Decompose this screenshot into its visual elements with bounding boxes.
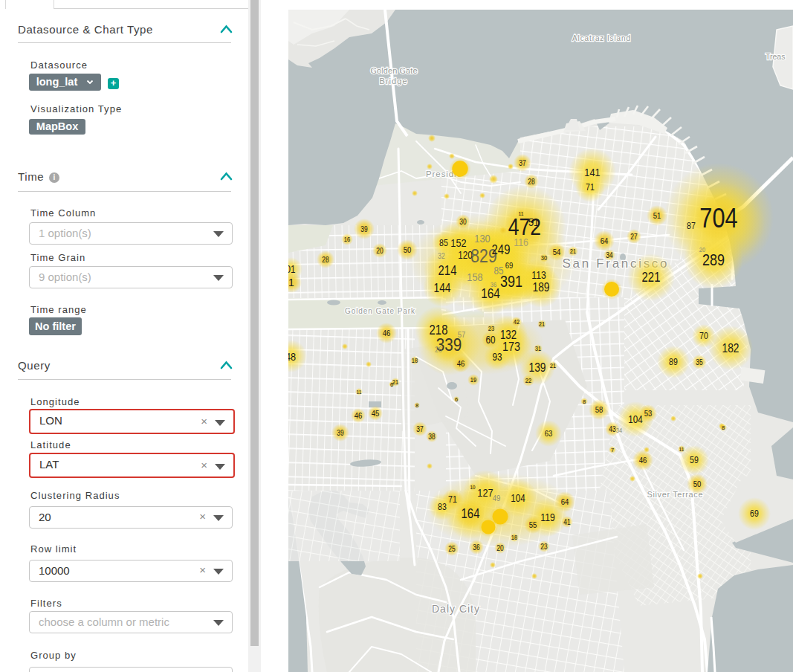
svg-text:42: 42 [514,318,520,326]
svg-text:391: 391 [500,272,522,291]
svg-text:25: 25 [448,545,456,553]
svg-text:93: 93 [493,351,502,363]
svg-text:37: 37 [416,425,424,433]
svg-text:35: 35 [696,358,703,366]
svg-text:50: 50 [693,479,702,488]
svg-text:141: 141 [584,166,600,178]
svg-text:39: 39 [360,225,368,233]
svg-text:6: 6 [390,381,393,388]
svg-text:37: 37 [519,159,526,167]
svg-text:18: 18 [412,357,418,364]
svg-text:51: 51 [528,216,539,228]
svg-text:7: 7 [611,447,614,453]
svg-text:31: 31 [535,345,541,352]
svg-text:11: 11 [679,446,684,453]
svg-text:01: 01 [288,263,296,275]
svg-text:46: 46 [383,329,391,337]
svg-text:34: 34 [616,427,622,434]
svg-text:38: 38 [428,433,436,441]
svg-text:Alcatraz Island: Alcatraz Island [572,34,630,42]
svg-text:21: 21 [570,248,576,255]
svg-text:8: 8 [722,424,725,431]
svg-text:249: 249 [492,242,511,257]
svg-text:46: 46 [457,359,465,368]
svg-text:Daly City: Daly City [432,603,479,615]
svg-text:8: 8 [583,398,586,405]
svg-text:221: 221 [642,270,661,285]
svg-text:16: 16 [344,236,350,243]
svg-text:28: 28 [528,178,535,186]
svg-text:Bridge: Bridge [380,77,407,85]
svg-text:20: 20 [496,544,504,552]
svg-text:120: 120 [458,249,473,261]
svg-text:28: 28 [322,256,329,264]
svg-text:30: 30 [541,254,547,262]
svg-text:11: 11 [518,210,523,217]
svg-text:70: 70 [699,331,708,341]
svg-text:69: 69 [750,508,759,519]
svg-text:20: 20 [376,247,383,255]
svg-text:130: 130 [474,232,490,245]
svg-text:50: 50 [404,245,412,254]
svg-text:64: 64 [561,497,569,506]
svg-text:58: 58 [595,405,603,414]
svg-text:49: 49 [493,494,501,503]
svg-text:45: 45 [372,409,380,418]
svg-text:127: 127 [477,486,493,499]
svg-text:27: 27 [630,233,638,241]
svg-text:Treas: Treas [766,52,785,61]
svg-text:23: 23 [488,325,494,332]
svg-text:57: 57 [458,330,466,339]
svg-text:71: 71 [586,182,595,193]
svg-text:182: 182 [722,341,739,355]
svg-text:48: 48 [288,350,296,363]
svg-text:21: 21 [550,362,556,369]
svg-text:21: 21 [539,320,545,328]
svg-text:104: 104 [628,413,643,425]
svg-text:1: 1 [288,277,294,288]
svg-text:158: 158 [467,271,482,283]
svg-text:704: 704 [699,203,737,233]
svg-text:289: 289 [702,251,725,269]
svg-text:8: 8 [415,402,418,409]
svg-text:104: 104 [511,492,525,504]
svg-text:189: 189 [533,280,550,294]
svg-text:6: 6 [455,396,458,403]
svg-text:54: 54 [553,248,561,256]
svg-text:23: 23 [540,543,548,551]
svg-text:32: 32 [438,252,445,260]
svg-text:51: 51 [653,211,661,220]
svg-text:46: 46 [639,456,647,465]
svg-text:53: 53 [644,409,653,418]
svg-text:69: 69 [505,261,514,270]
svg-text:Golden Gate: Golden Gate [371,66,418,75]
svg-text:85: 85 [439,238,448,248]
svg-text:Golden Gate Park: Golden Gate Park [345,307,415,315]
svg-text:214: 214 [438,263,457,278]
svg-text:26: 26 [435,346,442,354]
svg-text:144: 144 [434,281,451,294]
svg-text:139: 139 [529,361,546,374]
svg-text:64: 64 [601,236,609,245]
svg-text:89: 89 [669,357,678,367]
svg-text:20: 20 [699,246,705,253]
svg-text:22: 22 [525,377,531,384]
svg-text:63: 63 [545,429,553,438]
svg-text:34: 34 [606,251,613,259]
svg-text:36: 36 [491,281,496,288]
svg-text:59: 59 [690,455,699,465]
svg-text:11: 11 [356,389,361,395]
svg-text:19: 19 [470,376,476,384]
svg-text:18: 18 [511,534,517,541]
svg-text:164: 164 [462,506,480,521]
svg-text:30: 30 [459,218,467,226]
svg-text:119: 119 [540,511,555,523]
svg-text:152: 152 [450,236,466,249]
svg-text:36: 36 [473,543,480,552]
svg-text:87: 87 [687,221,696,231]
svg-text:113: 113 [531,269,546,281]
svg-text:41: 41 [563,518,571,526]
svg-text:60: 60 [486,334,496,346]
svg-text:43: 43 [609,425,616,433]
svg-text:55: 55 [529,520,537,529]
